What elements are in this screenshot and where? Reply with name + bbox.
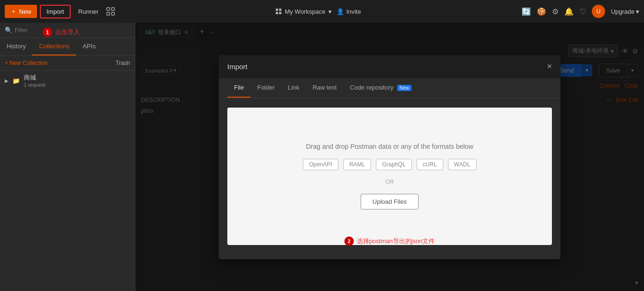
or-text: OR bbox=[385, 179, 394, 185]
topbar-icon-button[interactable] bbox=[106, 7, 115, 16]
svg-rect-1 bbox=[112, 8, 114, 10]
folder-icon: 📁 bbox=[12, 77, 20, 84]
bell-icon[interactable]: 🔔 bbox=[564, 7, 574, 16]
modal-tab-folder[interactable]: Folder bbox=[251, 78, 281, 98]
new-collection-button[interactable]: + New Collection bbox=[5, 60, 47, 66]
new-badge: New bbox=[397, 85, 411, 91]
plus-icon: ＋ bbox=[10, 7, 17, 16]
import-button[interactable]: Import bbox=[40, 5, 71, 18]
format-wadl: WADL bbox=[448, 159, 476, 170]
format-openapi: OpenAPI bbox=[303, 159, 338, 170]
modal-body: Drag and drop Postman data or any of the… bbox=[219, 98, 560, 259]
new-button[interactable]: ＋ New bbox=[5, 5, 37, 18]
sidebar: 🔍 History Collections APIs + New Collect… bbox=[0, 23, 135, 291]
content-area: GET 登录接口 × + ··· 商城-本地环境 ▾ 👁 ⚙ Examples … bbox=[135, 23, 644, 291]
sync-icon[interactable]: 🔄 bbox=[522, 7, 531, 16]
annotation-step2: 2 选择postman导出的json文件 bbox=[345, 236, 435, 246]
workspace-selector[interactable]: My Workspace ▾ bbox=[275, 8, 332, 15]
sidebar-tabs: History Collections APIs bbox=[0, 38, 135, 56]
drop-text: Drag and drop Postman data or any of the… bbox=[306, 143, 474, 150]
trash-button[interactable]: Trash bbox=[116, 60, 130, 66]
modal-header: Import × bbox=[219, 55, 560, 78]
collection-info: 商城 1 request bbox=[24, 73, 46, 88]
tab-collections[interactable]: Collections bbox=[32, 38, 76, 55]
modal-tab-link[interactable]: Link bbox=[281, 78, 306, 98]
modal-backdrop: Import × File Folder Link Raw text bbox=[135, 23, 644, 291]
chevron-down-icon: ▾ bbox=[328, 8, 332, 15]
modal-close-button[interactable]: × bbox=[547, 62, 552, 72]
runner-button[interactable]: Runner bbox=[74, 6, 103, 18]
search-icon: 🔍 bbox=[5, 27, 12, 34]
main-layout: 🔍 History Collections APIs + New Collect… bbox=[0, 23, 644, 291]
modal-title: Import bbox=[227, 63, 248, 71]
format-raml: RAML bbox=[343, 159, 371, 170]
settings-icon[interactable]: ⚙ bbox=[552, 7, 559, 16]
format-curl: cURL bbox=[417, 159, 443, 170]
svg-rect-5 bbox=[279, 9, 281, 11]
upgrade-button[interactable]: Upgrade ▾ bbox=[611, 8, 639, 15]
avatar[interactable]: U bbox=[592, 5, 605, 18]
svg-rect-7 bbox=[279, 12, 281, 14]
topbar-left: ＋ New Import Runner bbox=[5, 5, 115, 18]
svg-rect-4 bbox=[276, 9, 278, 11]
svg-rect-3 bbox=[112, 12, 114, 15]
step2-badge: 2 bbox=[345, 236, 354, 246]
user-icon: 👤 bbox=[336, 8, 344, 15]
tab-apis[interactable]: APIs bbox=[76, 38, 102, 55]
step2-text: 选择postman导出的json文件 bbox=[357, 237, 435, 246]
modal-tab-file[interactable]: File bbox=[227, 78, 251, 98]
heart-icon[interactable]: ♡ bbox=[579, 7, 586, 16]
topbar-center: My Workspace ▾ 👤 Invite bbox=[119, 8, 518, 15]
annotation-step1: 1 点击导入 bbox=[43, 27, 80, 37]
svg-rect-0 bbox=[107, 8, 110, 10]
modal-tab-coderepo[interactable]: Code repository New bbox=[343, 78, 418, 98]
chevron-right-icon: ▶ bbox=[5, 78, 9, 83]
chevron-down-icon: ▾ bbox=[636, 8, 639, 15]
upload-files-button[interactable]: Upload Files bbox=[361, 194, 419, 209]
topbar-right: 🔄 🍪 ⚙ 🔔 ♡ U Upgrade ▾ bbox=[522, 5, 639, 18]
collection-item-shangcheng[interactable]: ▶ 📁 商城 1 request bbox=[0, 71, 135, 91]
sidebar-actions: + New Collection Trash bbox=[0, 56, 135, 71]
step1-text: 点击导入 bbox=[55, 28, 80, 36]
format-graphql: GraphQL bbox=[376, 159, 411, 170]
drop-zone[interactable]: Drag and drop Postman data or any of the… bbox=[227, 108, 552, 245]
cookie-icon[interactable]: 🍪 bbox=[537, 7, 546, 16]
topbar: ＋ New Import Runner My Workspace ▾ 👤 Inv… bbox=[0, 0, 644, 23]
format-tags: OpenAPI RAML GraphQL cURL WADL bbox=[303, 159, 476, 170]
svg-rect-2 bbox=[107, 12, 110, 15]
modal-tabs: File Folder Link Raw text Code repositor… bbox=[219, 78, 560, 98]
import-modal: Import × File Folder Link Raw text bbox=[219, 55, 560, 259]
step1-badge: 1 bbox=[43, 27, 52, 37]
svg-rect-6 bbox=[276, 12, 278, 14]
invite-button[interactable]: 👤 Invite bbox=[336, 8, 361, 15]
modal-tab-rawtext[interactable]: Raw text bbox=[306, 78, 344, 98]
tab-history[interactable]: History bbox=[0, 38, 32, 55]
